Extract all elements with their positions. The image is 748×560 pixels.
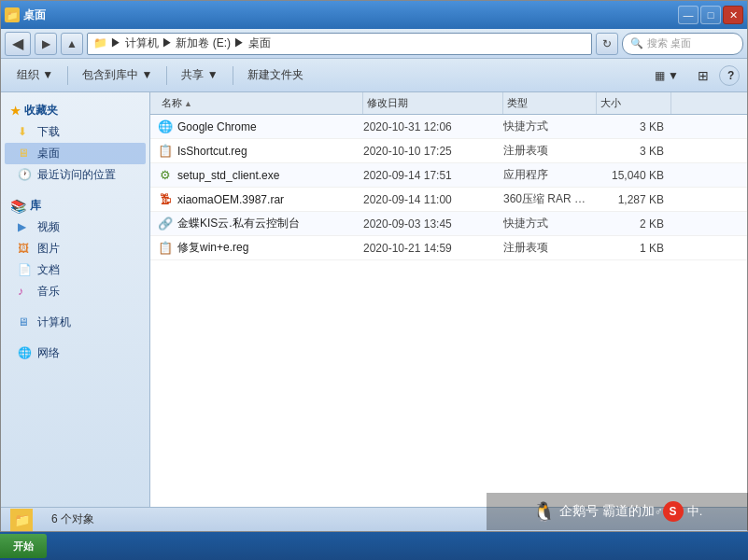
sidebar-item-document[interactable]: 📄 文档 [5,259,146,281]
favorites-section: ★ 收藏夹 ⬇ 下载 🖥 桌面 🕐 最近访问的位置 [5,100,146,186]
start-button[interactable]: 开始 [0,534,47,558]
sidebar-item-image[interactable]: 🖼 图片 [5,238,146,259]
sidebar-item-computer[interactable]: 🖥 计算机 [5,312,146,333]
file-list: 🌐 Google Chrome 2020-10-31 12:06 快捷方式 3 … [150,115,747,507]
sidebar-label-desktop: 桌面 [37,146,60,161]
exe-icon: ⚙ [158,168,173,183]
window-title: 桌面 [23,7,46,23]
view-button[interactable]: ▦ ▼ [646,63,687,89]
col-header-date[interactable]: 修改日期 [363,92,503,114]
sidebar-label-computer: 计算机 [37,315,71,330]
file-name-cell: 🗜 xiaomaOEM.3987.rar [158,192,363,207]
table-row[interactable]: 🌐 Google Chrome 2020-10-31 12:06 快捷方式 3 … [150,115,747,139]
file-name: 金蝶KIS云.私有云控制台 [177,216,300,231]
include-library-button[interactable]: 包含到库中 ▼ [74,63,161,89]
table-row[interactable]: ⚙ setup_std_client.exe 2020-09-14 17:51 … [150,163,747,188]
search-icon: 🔍 [630,37,643,49]
favorites-label: 收藏夹 [24,103,58,119]
file-size-cell: 1 KB [597,242,671,255]
sidebar-label-video: 视频 [37,219,60,235]
explorer-window: 📁 桌面 — □ ✕ ◀ ▶ ▲ 📁 ▶ 计算机 ▶ 新加卷 (E:) ▶ 桌面… [0,0,748,532]
file-size-cell: 1,287 KB [597,193,671,206]
statusbar: 📁 6 个对象 [1,507,747,531]
close-button[interactable]: ✕ [723,6,743,24]
table-row[interactable]: 📋 IsShortcut.reg 2020-10-10 17:25 注册表项 3… [150,139,747,163]
help-button[interactable]: ? [719,65,740,86]
sidebar-item-network[interactable]: 🌐 网络 [5,343,146,364]
reg-icon: 📋 [158,144,173,159]
image-icon: 🖼 [18,242,33,257]
sidebar-item-music[interactable]: ♪ 音乐 [5,281,146,302]
sidebar-item-recent[interactable]: 🕐 最近访问的位置 [5,164,146,186]
file-name-cell: 📋 IsShortcut.reg [158,144,363,159]
file-area: 名称▲ 修改日期 类型 大小 🌐 Google Chrome 2020-10-3… [150,92,747,507]
file-name: setup_std_client.exe [177,169,279,182]
up-button[interactable]: ▲ [61,33,83,55]
file-size-cell: 2 KB [597,217,671,231]
library-icon: 📚 [10,199,26,214]
file-name-cell: ⚙ setup_std_client.exe [158,168,363,183]
sidebar-label-network: 网络 [37,345,60,361]
share-button[interactable]: 共享 ▼ [173,63,226,89]
new-folder-button[interactable]: 新建文件夹 [239,63,312,89]
sidebar-item-video[interactable]: ▶ 视频 [5,217,146,238]
favorites-header: ★ 收藏夹 [5,100,146,121]
minimize-button[interactable]: — [678,6,699,24]
back-button[interactable]: ◀ [5,32,31,56]
rar-icon: 🗜 [158,192,173,207]
table-row[interactable]: 📋 修复win+e.reg 2020-10-21 14:59 注册表项 1 KB [150,236,747,260]
network-icon: 🌐 [18,346,33,361]
main-content: ★ 收藏夹 ⬇ 下载 🖥 桌面 🕐 最近访问的位置 [1,92,747,507]
details-view-button[interactable]: ⊞ [689,63,717,89]
library-header: 📚 库 [5,195,146,217]
library-label: 库 [30,198,41,214]
file-type-cell: 快捷方式 [503,216,597,231]
recent-icon: 🕐 [18,168,33,183]
file-name: xiaomaOEM.3987.rar [177,193,284,206]
window-icon: 📁 [5,7,20,22]
sidebar-label-document: 文档 [37,262,60,278]
path-icon: 📁 [93,36,107,49]
toolbar-divider-3 [233,66,233,85]
titlebar-left: 📁 桌面 [5,7,46,23]
toolbar: 组织 ▼ 包含到库中 ▼ 共享 ▼ 新建文件夹 ▦ ▼ ⊞ ? [1,59,747,92]
search-placeholder: 搜索 桌面 [647,36,691,50]
file-type-cell: 应用程序 [503,167,597,183]
refresh-button[interactable]: ↻ [596,33,618,55]
sidebar-label-image: 图片 [37,241,60,257]
table-row[interactable]: 🗜 xiaomaOEM.3987.rar 2020-09-14 11:00 36… [150,188,747,212]
file-date-cell: 2020-10-10 17:25 [363,145,503,158]
shortcut-icon: 🔗 [158,217,173,231]
sidebar-item-desktop[interactable]: 🖥 桌面 [5,143,146,164]
network-section: 🌐 网络 [5,343,146,364]
computer-section: 🖥 计算机 [5,312,146,333]
sidebar-label-music: 音乐 [37,284,60,300]
file-date-cell: 2020-09-14 11:00 [363,193,503,206]
video-icon: ▶ [18,220,33,235]
sidebar-item-download[interactable]: ⬇ 下载 [5,121,146,143]
titlebar: 📁 桌面 — □ ✕ [1,1,747,29]
file-type-cell: 360压缩 RAR 文件 [503,191,597,207]
sidebar-label-recent: 最近访问的位置 [37,167,116,183]
address-path[interactable]: 📁 ▶ 计算机 ▶ 新加卷 (E:) ▶ 桌面 [87,33,592,55]
maximize-button[interactable]: □ [700,6,721,24]
organize-button[interactable]: 组织 ▼ [8,63,62,89]
col-header-type[interactable]: 类型 [503,92,597,114]
col-header-size[interactable]: 大小 [597,92,671,114]
file-name: IsShortcut.reg [177,145,247,158]
file-date-cell: 2020-09-14 17:51 [363,169,503,182]
file-date-cell: 2020-10-31 12:06 [363,120,503,133]
library-section: 📚 库 ▶ 视频 🖼 图片 📄 文档 ♪ 音乐 [5,195,146,302]
sidebar: ★ 收藏夹 ⬇ 下载 🖥 桌面 🕐 最近访问的位置 [1,92,150,507]
file-type-cell: 注册表项 [503,143,597,159]
addressbar: ◀ ▶ ▲ 📁 ▶ 计算机 ▶ 新加卷 (E:) ▶ 桌面 ↻ 🔍 搜索 桌面 [1,29,747,59]
sidebar-label-download: 下载 [37,124,60,140]
table-row[interactable]: 🔗 金蝶KIS云.私有云控制台 2020-09-03 13:45 快捷方式 2 … [150,212,747,236]
status-count: 6 个对象 [51,511,94,527]
computer-icon: 🖥 [18,315,33,330]
search-box[interactable]: 🔍 搜索 桌面 [622,33,743,55]
forward-button[interactable]: ▶ [35,33,57,55]
col-header-name[interactable]: 名称▲ [158,92,363,114]
reg-icon: 📋 [158,241,173,256]
toolbar-divider-2 [166,66,167,85]
